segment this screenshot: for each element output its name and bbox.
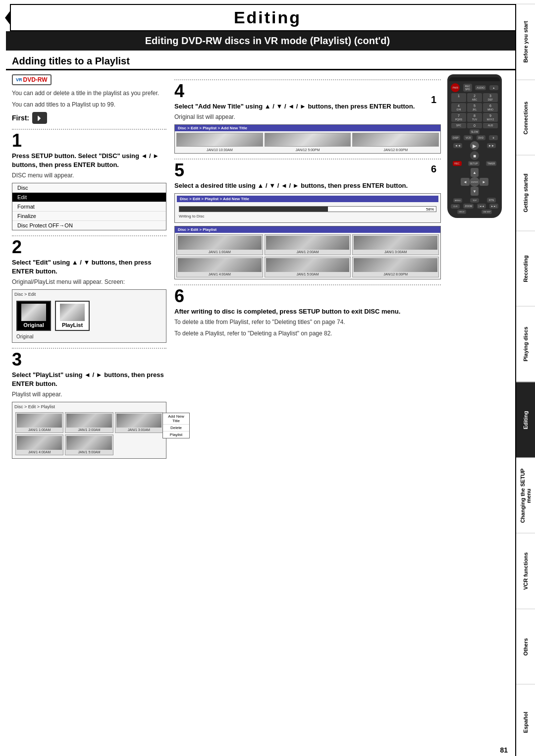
sidebar-before-you-start[interactable]: Before you start: [516, 4, 535, 80]
sidebar-playing-discs[interactable]: Playing discs: [516, 306, 535, 382]
remote-num-space[interactable]: SPC: [451, 123, 466, 128]
remote-num-9[interactable]: 9WXYZ: [483, 113, 498, 122]
step5-pl-thumb-5[interactable]: JAN/1 5:00AM: [265, 257, 351, 277]
original-option[interactable]: Original: [16, 301, 51, 331]
playlist-screen-3-title: Disc > Edit > Playlist: [14, 404, 164, 409]
step4-label-1: JAN/10 10:30AM: [176, 148, 263, 152]
step4-screen: Disc > Edit > Playlist > Add New Title J…: [174, 124, 441, 154]
enter-button[interactable]: ENTER: [470, 177, 480, 187]
cm-skip-button[interactable]: CM SKP: [482, 210, 492, 214]
playlist-grid-3: JAN/1 1:00AM JAN/1 2:00AM JAN/1 3:00AM A…: [14, 411, 164, 456]
dpad-down-button[interactable]: ▼: [471, 187, 479, 196]
setup-button[interactable]: SETUP: [468, 161, 480, 166]
remote-row-slow: SLOW: [449, 129, 500, 134]
remote-num-0[interactable]: 0: [467, 123, 482, 128]
top-menu-button[interactable]: TOP: [470, 198, 479, 203]
step5-pl-thumb-6[interactable]: JAN/12 8:00PM: [352, 257, 439, 277]
remote-num-4[interactable]: 4GHI: [451, 103, 466, 112]
writing-label: Writing to Disc: [179, 214, 436, 218]
sidebar-recording[interactable]: Recording: [516, 231, 535, 307]
remote-num-2[interactable]: 2ABC: [467, 93, 482, 102]
step5-pl-img-1: [178, 236, 262, 250]
sidebar-changing-setup[interactable]: Changing the SETUP menu: [516, 458, 535, 534]
menu-add-new-title[interactable]: Add New Title: [163, 413, 189, 425]
remote-num-7[interactable]: 7PQRS: [451, 113, 466, 122]
step5-pl-img-4: [178, 258, 262, 272]
remote-num-3[interactable]: 3DEF: [483, 93, 498, 102]
playlist-thumb-3-2[interactable]: JAN/1 2:00AM: [65, 412, 113, 433]
step5-pl-thumb-4[interactable]: JAN/1 4:00AM: [176, 257, 263, 277]
remote-num-audio[interactable]: AUD: [483, 123, 498, 128]
playlist-thumb-3-4[interactable]: JAN/1 4:00AM: [15, 434, 63, 455]
skip-back-button[interactable]: |◄◄: [477, 204, 486, 209]
clear-reset-button[interactable]: CLR: [451, 204, 460, 209]
step5-pl-img-5: [266, 258, 350, 272]
dpad-up-button[interactable]: ▲: [471, 168, 479, 177]
return-button[interactable]: RTN: [487, 198, 496, 203]
sidebar-espanol[interactable]: Español: [516, 684, 535, 756]
step4-thumbs: [175, 131, 440, 148]
play-button[interactable]: ▶: [470, 141, 479, 150]
dpad-left-button[interactable]: ◄: [461, 178, 470, 186]
menu-item-edit[interactable]: Edit: [12, 193, 166, 202]
pause-button[interactable]: ⏸: [489, 135, 498, 140]
sidebar-vcr-functions[interactable]: VCR functions: [516, 533, 535, 609]
timer-button[interactable]: TIMER: [486, 161, 497, 166]
menu-item-disc[interactable]: Disc: [12, 183, 166, 193]
rewind-button[interactable]: ◄◄: [453, 143, 462, 148]
dvd-button[interactable]: DVD: [477, 135, 485, 140]
vcr-button[interactable]: VCR: [464, 135, 473, 140]
stop-button[interactable]: ■: [470, 151, 479, 160]
thumb-label-3-5: JAN/1 5:00AM: [66, 450, 111, 454]
playlist-thumb-3-3[interactable]: JAN/1 3:00AM Add New Title Delete Playli…: [115, 412, 163, 433]
open-close-button[interactable]: ▲: [489, 85, 498, 90]
search-button[interactable]: SRCH: [457, 210, 466, 214]
slow-button[interactable]: SLOW: [470, 129, 480, 134]
remote-num-1[interactable]: 1: [451, 93, 466, 102]
display-button[interactable]: DISP: [451, 135, 460, 140]
step2-sub: Original/PlayList menu will appear. Scre…: [12, 278, 166, 286]
remote-row-stop: ■: [449, 151, 500, 160]
step5-pl-label-4: JAN/1 4:00AM: [178, 272, 262, 276]
step5-pl-thumb-3[interactable]: JAN/1 3:00AM: [352, 234, 439, 255]
step5-pl-thumb-1[interactable]: JAN/1 1:00AM: [176, 234, 263, 255]
step4-thumb-3[interactable]: [352, 133, 439, 147]
thumb-label-3-3: JAN/1 3:00AM: [116, 428, 161, 432]
zoom-button[interactable]: ZOOM: [463, 204, 474, 209]
menu-item-protect[interactable]: Disc Protect OFF→ON: [12, 221, 166, 230]
rec-speed-button[interactable]: RECSPD: [463, 84, 472, 92]
playlist-thumb-3-1[interactable]: JAN/1 1:00AM: [15, 412, 63, 433]
remote-num-6[interactable]: 6MNO: [483, 103, 498, 112]
rec-otr-button[interactable]: REC: [453, 161, 462, 166]
dpad-right-button[interactable]: ►: [480, 178, 488, 186]
remote-row-search: SRCH CM SKP: [449, 210, 500, 214]
disc-edit-screen: Disc > Edit Original PlayList Original: [12, 289, 166, 343]
sidebar-getting-started[interactable]: Getting started: [516, 155, 535, 231]
page-title: Editing: [11, 8, 524, 27]
progress-pct: 58%: [426, 207, 434, 213]
forward-button[interactable]: ►►: [487, 143, 496, 148]
sidebar-others[interactable]: Others: [516, 609, 535, 685]
step5-pl-thumb-2[interactable]: JAN/1 2:00AM: [265, 234, 351, 255]
step5-number: 5: [174, 162, 441, 179]
step4-thumb-1[interactable]: [176, 133, 263, 147]
audio-button[interactable]: AUDIO: [475, 85, 486, 90]
menu-playlist[interactable]: Playlist: [163, 432, 189, 438]
step1-number: 1: [12, 132, 166, 150]
menu-list-button[interactable]: MENU: [453, 198, 462, 203]
remote-num-8[interactable]: 8TUV: [467, 113, 482, 122]
menu-item-format[interactable]: Format: [12, 202, 166, 212]
sidebar-editing[interactable]: Editing: [516, 382, 535, 458]
step4-thumb-2[interactable]: [265, 133, 351, 147]
skip-fwd-button[interactable]: ►►|: [489, 204, 498, 209]
playlist-option[interactable]: PlayList: [55, 301, 90, 331]
sidebar-connections[interactable]: Connections: [516, 80, 535, 156]
step3-number: 3: [12, 351, 166, 369]
step4-heading: Select "Add New Title" using ▲ / ▼ / ◄ /…: [174, 102, 441, 111]
progress-bar-inner: [179, 207, 328, 212]
menu-item-finalize[interactable]: Finalize: [12, 212, 166, 221]
playlist-thumb-3-5[interactable]: JAN/1 5:00AM: [65, 434, 113, 455]
remote-num-5[interactable]: 5JKL: [467, 103, 482, 112]
power-button[interactable]: PWR: [451, 83, 460, 92]
menu-delete[interactable]: Delete: [163, 425, 189, 432]
